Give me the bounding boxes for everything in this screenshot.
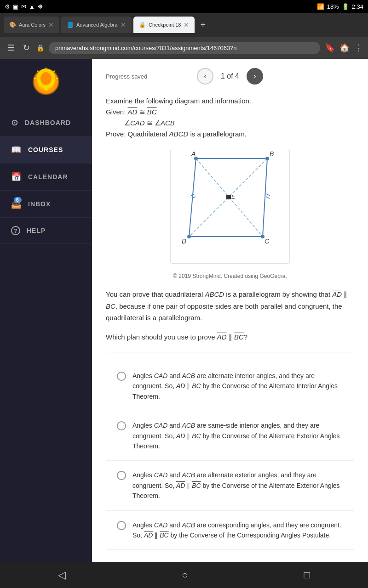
inbox-badge: 6 xyxy=(14,197,22,203)
sidebar-label-dashboard: DASHBOARD xyxy=(25,119,71,126)
svg-line-12 xyxy=(263,158,267,237)
tab-close-1[interactable]: ✕ xyxy=(48,21,54,28)
tab-favicon-2: 📘 xyxy=(67,22,74,28)
progress-nav: Progress saved ‹ 1 of 4 › xyxy=(106,68,354,85)
bottom-nav-bar: ◁ ○ □ xyxy=(0,562,368,588)
next-page-button[interactable]: › xyxy=(247,68,263,85)
option-c[interactable]: Angles CAD and ACB are alternate exterio… xyxy=(106,461,354,510)
sidebar-label-calendar: CALENDAR xyxy=(28,173,68,181)
url-input[interactable] xyxy=(49,42,320,54)
help-icon: ? xyxy=(11,226,20,235)
app-logo xyxy=(32,68,60,96)
tab-label-2: Advanced Algebra and Func… xyxy=(76,22,118,28)
settings-icon: ⚙ xyxy=(5,3,10,10)
diagram-container: A B C D E xyxy=(106,149,354,264)
tab-label-3: Checkpoint 18 xyxy=(149,22,181,28)
sidebar-label-inbox: INBOX xyxy=(28,200,51,208)
radio-option-d[interactable] xyxy=(117,521,126,530)
svg-text:A: A xyxy=(191,150,196,158)
lock-icon: 🔒 xyxy=(36,44,44,51)
main-layout: ⊙ DASHBOARD 📖 COURSES 📅 CALENDAR 6 📥 INB… xyxy=(0,59,368,562)
option-d[interactable]: Angles CAD and ACB are corresponding ang… xyxy=(106,511,354,550)
question-given2: ∠CAD ≅ ∠ACB xyxy=(124,118,354,129)
status-right-icons: 📶 18% 🔋 2:34 xyxy=(317,3,363,10)
svg-rect-19 xyxy=(226,195,231,199)
logo-area xyxy=(32,68,60,96)
svg-point-22 xyxy=(261,235,264,238)
sidebar-item-inbox[interactable]: 6 📥 INBOX xyxy=(0,191,92,218)
option-c-text: Angles CAD and ACB are alternate exterio… xyxy=(132,470,343,501)
answer-options: Angles CAD and ACB are alternate interio… xyxy=(106,362,354,550)
radio-option-c[interactable] xyxy=(117,471,126,480)
option-b-text: Angles CAD and ACB are same-side interio… xyxy=(132,420,343,451)
tab-favicon-1: 🎨 xyxy=(9,22,16,28)
svg-point-23 xyxy=(187,235,191,238)
option-b[interactable]: Angles CAD and ACB are same-side interio… xyxy=(106,411,354,461)
svg-rect-2 xyxy=(43,87,49,89)
radio-option-b[interactable] xyxy=(117,421,126,430)
svg-text:B: B xyxy=(270,150,274,158)
hamburger-menu-button[interactable]: ☰ xyxy=(6,41,17,55)
tab-label-1: Aura Colors xyxy=(19,22,46,28)
explanation-text: You can prove that quadrilateral ABCD is… xyxy=(106,288,354,324)
geometry-diagram: A B C D E xyxy=(170,149,290,264)
tab-favicon-3: 🔒 xyxy=(139,22,146,28)
progress-saved-label: Progress saved xyxy=(106,73,147,80)
bookmark-button[interactable]: 🔖 xyxy=(325,43,335,53)
question-given1: Given: AD ≅ BC xyxy=(106,107,354,118)
svg-text:D: D xyxy=(182,237,186,245)
sidebar-item-help[interactable]: ? HELP xyxy=(0,218,92,244)
new-tab-button[interactable]: + xyxy=(196,18,209,32)
svg-point-21 xyxy=(265,157,269,160)
mail-icon: ✉ xyxy=(21,3,26,10)
tab-close-2[interactable]: ✕ xyxy=(121,21,126,28)
question-examine-text: Examine the following diagram and inform… xyxy=(106,96,354,107)
radio-option-a[interactable] xyxy=(117,372,126,381)
battery-icon: 🔋 xyxy=(342,3,349,10)
svg-rect-3 xyxy=(44,89,48,90)
question-plan-text: Which plan should you use to prove AD ∥ … xyxy=(106,331,354,343)
sidebar-item-dashboard[interactable]: ⊙ DASHBOARD xyxy=(0,109,92,136)
browser-tab-bar: 🎨 Aura Colors ✕ 📘 Advanced Algebra and F… xyxy=(0,13,368,37)
alert-icon: ▲ xyxy=(29,3,35,10)
sidebar: ⊙ DASHBOARD 📖 COURSES 📅 CALENDAR 6 📥 INB… xyxy=(0,59,92,562)
courses-icon: 📖 xyxy=(11,145,22,155)
tab-advanced-algebra[interactable]: 📘 Advanced Algebra and Func… ✕ xyxy=(61,17,132,33)
back-button[interactable]: ◁ xyxy=(49,565,75,585)
option-d-text: Angles CAD and ACB are corresponding ang… xyxy=(132,520,343,541)
status-bar: ⚙ ▣ ✉ ▲ ❋ 📶 18% 🔋 2:34 xyxy=(0,0,368,13)
recents-button[interactable]: □ xyxy=(295,565,319,585)
svg-line-18 xyxy=(266,197,270,198)
extra-icon: ❋ xyxy=(38,3,43,10)
tab-aura-colors[interactable]: 🎨 Aura Colors ✕ xyxy=(4,17,59,33)
photo-icon: ▣ xyxy=(13,3,18,10)
svg-line-5 xyxy=(37,71,39,72)
sidebar-label-help: HELP xyxy=(27,227,46,234)
page-indicator: 1 of 4 xyxy=(221,72,239,80)
dashboard-icon: ⊙ xyxy=(11,118,18,128)
sidebar-item-courses[interactable]: 📖 COURSES xyxy=(0,136,92,164)
home-button[interactable]: 🏠 xyxy=(339,43,350,53)
question-header: Examine the following diagram and inform… xyxy=(106,96,354,140)
sidebar-label-courses: COURSES xyxy=(28,146,63,153)
content-area: Progress saved ‹ 1 of 4 › Examine the fo… xyxy=(92,59,368,562)
svg-line-6 xyxy=(53,71,55,72)
home-nav-button[interactable]: ○ xyxy=(172,565,197,585)
sidebar-item-calendar[interactable]: 📅 CALENDAR xyxy=(0,164,92,191)
svg-text:C: C xyxy=(264,237,270,245)
tab-close-3[interactable]: ✕ xyxy=(184,21,189,28)
more-options-button[interactable]: ⋮ xyxy=(354,43,362,53)
tab-checkpoint[interactable]: 🔒 Checkpoint 18 ✕ xyxy=(133,17,195,33)
svg-line-14 xyxy=(189,158,196,237)
status-left-icons: ⚙ ▣ ✉ ▲ ❋ xyxy=(5,3,43,10)
svg-line-17 xyxy=(266,194,270,196)
svg-point-1 xyxy=(40,72,52,85)
calendar-icon: 📅 xyxy=(11,172,22,182)
option-a[interactable]: Angles CAD and ACB are alternate interio… xyxy=(106,362,354,411)
refresh-button[interactable]: ↻ xyxy=(21,41,32,55)
options-divider xyxy=(106,352,354,352)
clock: 2:34 xyxy=(352,3,363,10)
question-prove: Prove: Quadrilateral ABCD is a parallelo… xyxy=(106,129,354,140)
prev-page-button[interactable]: ‹ xyxy=(197,68,213,85)
battery-label: 18% xyxy=(327,3,339,10)
